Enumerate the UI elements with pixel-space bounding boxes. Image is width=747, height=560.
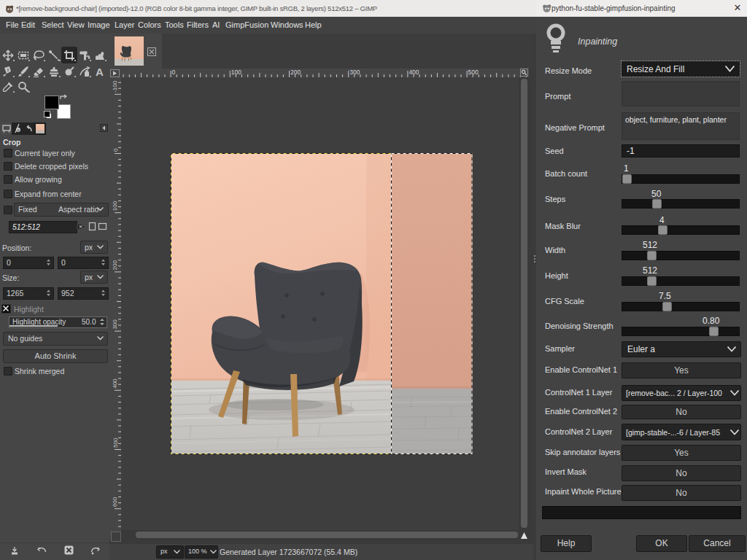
- svg-text:400: 400: [409, 69, 419, 76]
- svg-text:300: 300: [112, 319, 119, 330]
- svg-text:500: 500: [468, 69, 479, 76]
- svg-text:-100: -100: [112, 80, 119, 93]
- svg-text:500: 500: [112, 438, 119, 448]
- svg-text:200: 200: [290, 69, 301, 76]
- svg-text:0: 0: [172, 69, 176, 76]
- svg-text:100: 100: [231, 69, 241, 76]
- svg-text:0: 0: [112, 148, 119, 152]
- svg-text:300: 300: [349, 69, 360, 76]
- svg-text:600: 600: [112, 497, 119, 507]
- svg-text:100: 100: [112, 201, 119, 211]
- svg-text:200: 200: [112, 260, 119, 271]
- svg-text:A: A: [96, 66, 104, 77]
- svg-text:400: 400: [112, 378, 119, 389]
